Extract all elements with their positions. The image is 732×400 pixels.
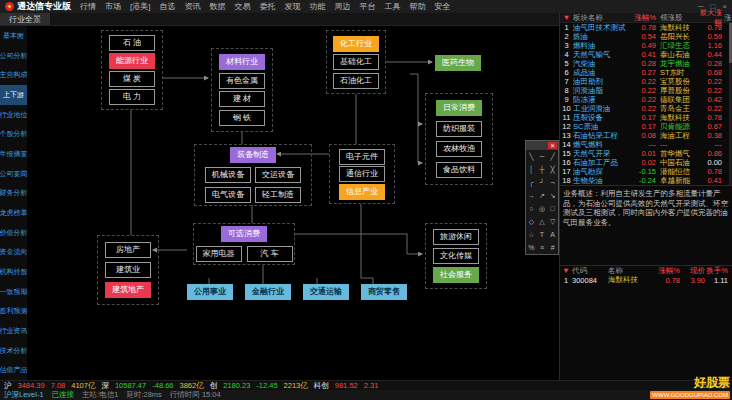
col-code[interactable]: 代码 [572,266,608,276]
index-segment[interactable]: 2213亿 [284,381,308,391]
index-segment[interactable]: 7.08 [51,381,66,391]
index-segment[interactable]: -48.66 [152,381,173,391]
draw-tool-icon[interactable]: ↗ [537,189,548,202]
node-home-appliance[interactable]: 家用电器 [196,246,242,262]
draw-tool-icon[interactable]: ╳ [547,163,558,176]
menu-item[interactable]: 交易 [234,1,250,12]
menu-item[interactable]: 功能 [309,1,325,12]
node-machinery[interactable]: 机械设备 [205,167,251,183]
draw-tool-icon[interactable]: ┘ [537,176,548,189]
sidebar-item[interactable]: 价值分析 [0,223,27,243]
node-electronics[interactable]: 电子元件 [339,149,385,165]
draw-tool-icon[interactable]: ○ [526,202,537,215]
index-segment[interactable]: 科创 [314,381,329,391]
sidebar-item[interactable]: 机构持股 [0,262,27,282]
sidebar-item[interactable]: 个股分析 [0,124,27,144]
draw-tool-icon[interactable]: T [537,228,548,241]
node-food-beverage[interactable]: 食品饮料 [436,162,482,178]
node-steel[interactable]: 钢 铁 [219,110,265,126]
node-building-materials[interactable]: 建 材 [219,91,265,107]
draw-tool-icon[interactable]: ¬ [547,176,558,189]
node-pharma-bio[interactable]: 医药生物 [435,55,481,71]
sidebar-item[interactable]: 公司分析 [0,46,27,66]
tab-industry-panorama[interactable]: 行业全景 [0,13,50,25]
menu-item[interactable]: 安全 [434,1,450,12]
index-segment[interactable]: 创 [210,381,218,391]
index-segment[interactable]: 深 [101,381,109,391]
draw-tool-icon[interactable]: │ [526,163,537,176]
sidebar-item[interactable]: 估值产品 [0,360,27,380]
node-transport-equip[interactable]: 交运设备 [255,167,301,183]
node-construction-realestate[interactable]: 建筑地产 [105,282,151,298]
node-petrochemical[interactable]: 石油化工 [333,73,379,89]
draw-tool-icon[interactable]: ◎ [537,202,548,215]
draw-tool-icon[interactable]: ☆ [526,228,537,241]
draw-tool-icon[interactable]: ▽ [547,215,558,228]
sector-row[interactable]: 18 生物柴油 -0.24 卓越新能 0.41 [560,176,732,185]
node-building[interactable]: 建筑业 [105,262,151,278]
status-segment[interactable]: 主站:电信1 [82,390,118,400]
node-agriculture[interactable]: 农林牧渔 [436,141,482,157]
node-telecom[interactable]: 通信行业 [339,166,385,182]
node-bottom-sector[interactable]: 交通运输 [303,284,349,300]
draw-tool-icon[interactable]: ↘ [547,189,558,202]
sidebar-item[interactable]: 基本面 [0,26,27,46]
sidebar-item[interactable]: 上下游 [0,85,27,105]
node-oil[interactable]: 石 油 [109,35,155,51]
draw-tool-icon[interactable]: △ [537,215,548,228]
index-segment[interactable]: 3862亿 [180,381,204,391]
index-segment[interactable]: -12.45 [256,381,277,391]
stock-sort-icon[interactable]: ▼ [560,266,572,275]
draw-tool-icon[interactable]: ┌ [526,176,537,189]
index-segment[interactable]: 3484.39 [18,381,45,391]
node-auto[interactable]: 汽 车 [247,246,293,262]
node-culture-media[interactable]: 文化传媒 [433,248,479,264]
draw-tool-icon[interactable]: # [547,241,558,254]
col-leader[interactable]: 领涨股 [656,13,698,23]
node-bottom-sector[interactable]: 商贸零售 [361,284,407,300]
draw-tool-icon[interactable]: ≡ [537,241,548,254]
draw-tool-icon[interactable]: → [526,189,537,202]
draw-tool-icon[interactable]: ◇ [526,215,537,228]
col-sector-name[interactable]: 板块名称 [573,13,630,23]
node-nonferrous[interactable]: 有色金属 [219,73,265,89]
node-real-estate[interactable]: 房地产 [105,242,151,258]
index-segment[interactable]: 981.52 [335,381,358,391]
sidebar-item[interactable]: 技术分析 [0,341,27,361]
node-info-industry[interactable]: 信息产业 [339,184,385,200]
col-name[interactable]: 名称 [608,266,652,276]
menu-item[interactable]: 周边 [334,1,350,12]
sidebar-item[interactable]: 财务分析 [0,183,27,203]
node-energy-industry[interactable]: 能源行业 [109,53,155,69]
node-textile[interactable]: 纺织服装 [436,121,482,137]
node-power[interactable]: 电 力 [109,89,155,105]
sidebar-item[interactable]: 行业资讯 [0,321,27,341]
index-segment[interactable]: 沪 [4,381,12,391]
node-materials-industry[interactable]: 材料行业 [219,54,265,70]
draw-tool-icon[interactable]: ╲ [526,150,537,163]
sidebar-item[interactable]: 主营构成 [0,65,27,85]
col-stock-change[interactable]: 涨幅% [652,266,680,276]
menu-item[interactable]: 平台 [359,1,375,12]
status-segment[interactable]: 行情时间 15:04 [170,390,221,400]
sidebar-item[interactable]: 龙虎榜单 [0,203,27,223]
node-bottom-sector[interactable]: 公用事业 [187,284,233,300]
menu-item[interactable]: 帮助 [409,1,425,12]
menu-item[interactable]: 工具 [384,1,400,12]
menu-item[interactable]: 行情 [80,1,96,12]
col-price[interactable]: 现价 [680,266,705,276]
menu-item[interactable]: 市场 [105,1,121,12]
node-optional-consumption[interactable]: 可选消费 [221,226,267,242]
status-segment[interactable]: 延时:28ms [126,390,161,400]
menu-item[interactable]: [港美] [130,1,150,12]
draw-tool-icon[interactable]: □ [547,202,558,215]
draw-tool-icon[interactable]: ┼ [537,163,548,176]
index-segment[interactable]: 4107亿 [71,381,95,391]
draw-tool-icon[interactable]: ╱ [547,150,558,163]
col-turnover[interactable]: 换手% [705,266,728,276]
node-daily-consumption[interactable]: 日常消费 [436,100,482,116]
node-equipment-mfg[interactable]: 装备制造 [230,147,276,163]
draw-tool-icon[interactable]: % [526,241,537,254]
node-electrical-equip[interactable]: 电气设备 [205,187,251,203]
node-basic-chemical[interactable]: 基础化工 [333,54,379,70]
